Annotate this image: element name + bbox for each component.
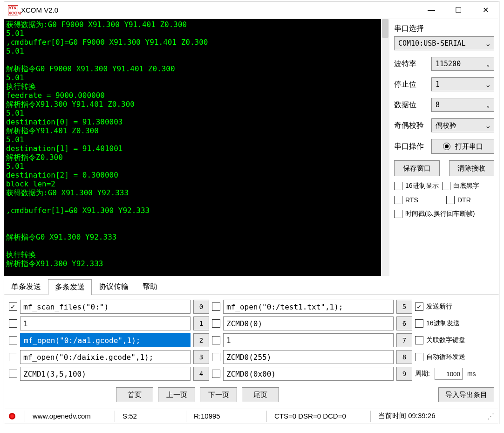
numpad-checkbox[interactable] [415, 336, 423, 344]
export-button[interactable]: 导入导出条目 [438, 387, 494, 402]
resize-grip-icon[interactable]: ⋰ [487, 412, 494, 420]
hex-display-checkbox[interactable] [394, 182, 402, 190]
baud-select[interactable]: 115200 [431, 57, 494, 71]
send-button-5[interactable]: 5 [396, 300, 412, 314]
numpad-label: 关联数字键盘 [426, 336, 465, 344]
status-cts: CTS=0 DSR=0 DCD=0 [274, 412, 363, 420]
newline-checkbox[interactable] [415, 302, 423, 311]
save-window-button[interactable]: 保存窗口 [394, 160, 440, 176]
maximize-button[interactable]: ☐ [445, 1, 472, 19]
hex-display-label: 16进制显示 [405, 182, 439, 190]
period-label: 周期: [415, 370, 430, 378]
period-input[interactable] [435, 368, 463, 380]
stop-value: 1 [436, 80, 440, 89]
hex-send-checkbox[interactable] [415, 319, 423, 328]
prev-page-button[interactable]: 上一页 [158, 387, 195, 402]
rts-label: RTS [405, 196, 443, 204]
clear-recv-button[interactable]: 清除接收 [449, 160, 495, 176]
cmd-input-3[interactable] [20, 350, 191, 364]
scrollbar[interactable] [381, 19, 389, 276]
auto-loop-label: 自动循环发送 [426, 353, 465, 361]
minimize-button[interactable]: — [418, 1, 445, 19]
row-checkbox[interactable] [9, 353, 17, 361]
send-button-3[interactable]: 3 [193, 350, 209, 364]
cmd-input-0[interactable] [20, 300, 191, 314]
send-button-0[interactable]: 0 [193, 300, 209, 314]
cmd-input-4[interactable] [20, 367, 191, 381]
port-value: COM10:USB-SERIAL [398, 39, 466, 48]
row-checkbox[interactable] [9, 302, 17, 311]
port-label: 串口选择 [394, 24, 494, 34]
multi-send-panel: 0 5 发送新行 1 6 16进制发送 2 7 关联数字键盘 [4, 295, 499, 384]
send-button-9[interactable]: 9 [396, 367, 412, 381]
chevron-down-icon [486, 60, 490, 68]
app-icon: ATK XCOM [8, 5, 18, 15]
row-checkbox[interactable] [212, 353, 220, 361]
cmd-input-6[interactable] [223, 316, 394, 330]
row-checkbox[interactable] [9, 319, 17, 328]
dtr-checkbox[interactable] [446, 196, 455, 204]
parity-select[interactable]: 偶校验 [431, 118, 494, 132]
chevron-down-icon [486, 39, 490, 48]
next-page-button[interactable]: 下一页 [200, 387, 237, 402]
baud-value: 115200 [436, 60, 461, 68]
tab-protocol[interactable]: 协议传输 [92, 279, 136, 295]
parity-value: 偶校验 [436, 121, 456, 130]
data-select[interactable]: 8 [431, 98, 494, 112]
send-button-8[interactable]: 8 [396, 350, 412, 364]
row-checkbox[interactable] [212, 319, 220, 328]
hex-send-label: 16进制发送 [426, 319, 460, 328]
window-title: XCOM V2.0 [21, 6, 418, 14]
cmd-input-8[interactable] [223, 350, 394, 364]
op-button-label: 打开串口 [455, 142, 483, 151]
send-button-7[interactable]: 7 [396, 333, 412, 347]
open-port-button[interactable]: 打开串口 [431, 139, 494, 154]
send-button-6[interactable]: 6 [396, 316, 412, 330]
first-page-button[interactable]: 首页 [116, 387, 153, 402]
radio-icon [443, 143, 450, 150]
send-button-1[interactable]: 1 [193, 316, 209, 330]
row-checkbox[interactable] [9, 370, 17, 378]
chevron-down-icon [486, 101, 490, 109]
cmd-input-9[interactable] [223, 367, 394, 381]
close-button[interactable]: ✕ [472, 1, 499, 19]
last-page-button[interactable]: 尾页 [242, 387, 279, 402]
port-select[interactable]: COM10:USB-SERIAL [394, 36, 494, 50]
tab-multi[interactable]: 多条发送 [48, 279, 92, 295]
status-url[interactable]: www.openedv.com [33, 412, 107, 420]
timestamp-label: 时间戳(以换行回车断帧) [405, 210, 475, 218]
scrollbar-thumb[interactable] [382, 19, 388, 38]
baud-label: 波特率 [394, 59, 431, 69]
rts-checkbox[interactable] [394, 196, 402, 204]
cmd-input-5[interactable] [223, 300, 394, 314]
row-checkbox[interactable] [212, 336, 220, 344]
cmd-input-2[interactable] [20, 333, 191, 347]
send-button-2[interactable]: 2 [193, 333, 209, 347]
cmd-input-7[interactable] [223, 333, 394, 347]
stop-label: 停止位 [394, 80, 431, 89]
tabs: 单条发送 多条发送 协议传输 帮助 [4, 276, 499, 295]
status-s: S:52 [123, 412, 178, 420]
status-time: 当前时间 09:39:26 [378, 412, 436, 420]
data-label: 数据位 [394, 100, 431, 110]
auto-loop-checkbox[interactable] [415, 353, 423, 361]
send-button-4[interactable]: 4 [193, 367, 209, 381]
row-checkbox[interactable] [9, 336, 17, 344]
row-checkbox[interactable] [212, 302, 220, 311]
tab-single[interactable]: 单条发送 [4, 279, 48, 295]
status-r: R:10995 [194, 412, 259, 420]
cmd-input-1[interactable] [20, 316, 191, 330]
app-window: ATK XCOM XCOM V2.0 — ☐ ✕ 获得数据为:G0 F9000 … [4, 1, 499, 424]
white-bg-checkbox[interactable] [442, 182, 450, 190]
serial-panel: 串口选择 COM10:USB-SERIAL 波特率115200 停止位1 数据位… [389, 19, 499, 276]
console-output: 获得数据为:G0 F9000 X91.300 Y91.401 Z0.300 5.… [4, 19, 389, 276]
newline-label: 发送新行 [426, 302, 452, 311]
data-value: 8 [436, 101, 440, 109]
record-icon[interactable] [9, 413, 15, 419]
stop-select[interactable]: 1 [431, 77, 494, 91]
timestamp-checkbox[interactable] [394, 210, 402, 218]
row-checkbox[interactable] [212, 370, 220, 378]
chevron-down-icon [486, 121, 490, 130]
tab-help[interactable]: 帮助 [136, 279, 164, 295]
titlebar: ATK XCOM XCOM V2.0 — ☐ ✕ [4, 1, 499, 19]
